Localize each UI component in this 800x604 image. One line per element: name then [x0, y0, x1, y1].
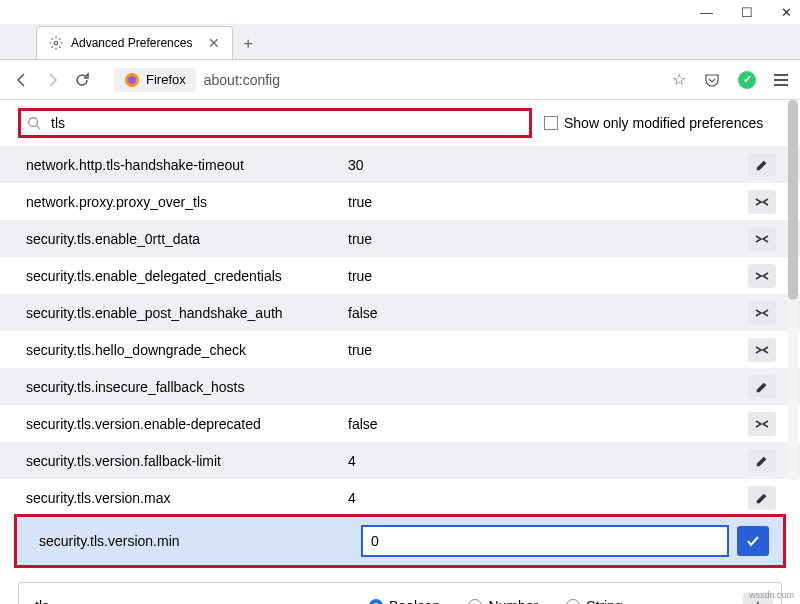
svg-point-2	[128, 76, 136, 84]
scroll-thumb[interactable]	[788, 100, 798, 300]
pref-value: true	[348, 342, 742, 358]
pref-row: security.tls.insecure_fallback_hosts	[0, 368, 800, 405]
maximize-button[interactable]: ☐	[741, 5, 753, 20]
pref-name: security.tls.version.fallback-limit	[18, 453, 348, 469]
close-window-button[interactable]: ✕	[781, 5, 792, 20]
radio-string[interactable]: String	[566, 598, 623, 604]
radio-icon	[369, 599, 383, 604]
edit-button[interactable]	[748, 486, 776, 510]
radio-label: String	[586, 598, 623, 604]
pref-edit-input[interactable]	[361, 525, 729, 557]
pocket-icon[interactable]	[704, 72, 720, 88]
scrollbar[interactable]	[788, 100, 798, 480]
svg-point-0	[54, 41, 58, 45]
pref-value: 4	[348, 490, 742, 506]
tab-bar: Advanced Preferences ✕ +	[0, 24, 800, 60]
radio-number[interactable]: Number	[468, 598, 538, 604]
watermark: wsxdn.com	[749, 590, 794, 600]
pref-row: network.proxy.proxy_over_tlstrue	[0, 183, 800, 220]
pref-row: security.tls.version.enable-deprecatedfa…	[0, 405, 800, 442]
nav-bar: Firefox about:config ☆ ✓	[0, 60, 800, 100]
new-tab-button[interactable]: +	[233, 29, 262, 59]
filter-bar: Show only modified preferences	[0, 100, 800, 146]
radio-icon	[468, 599, 482, 604]
toggle-button[interactable]	[748, 227, 776, 251]
url-text: about:config	[204, 72, 662, 88]
check-icon	[745, 533, 761, 549]
radio-label: Number	[488, 598, 538, 604]
pref-name: network.http.tls-handshake-timeout	[18, 157, 348, 173]
save-button[interactable]	[737, 526, 769, 556]
menu-button[interactable]	[774, 74, 788, 86]
pref-name: security.tls.enable_post_handshake_auth	[18, 305, 348, 321]
firefox-icon	[124, 72, 140, 88]
pref-row: security.tls.enable_0rtt_datatrue	[0, 220, 800, 257]
pref-row: network.http.tls-handshake-timeout30	[0, 146, 800, 183]
gear-icon	[49, 36, 63, 50]
extension-icon[interactable]: ✓	[738, 71, 756, 89]
pref-row: security.tls.version.fallback-limit4	[0, 442, 800, 479]
pref-value: 30	[348, 157, 742, 173]
back-button[interactable]	[12, 70, 32, 90]
pref-name: security.tls.enable_0rtt_data	[18, 231, 348, 247]
edit-button[interactable]	[748, 449, 776, 473]
pref-row: security.tls.enable_delegated_credential…	[0, 257, 800, 294]
pref-row: security.tls.version.max4	[0, 479, 800, 516]
search-box[interactable]	[18, 108, 532, 138]
checkbox-label: Show only modified preferences	[564, 115, 763, 131]
show-modified-checkbox[interactable]: Show only modified preferences	[544, 115, 763, 131]
pref-row: security.tls.enable_post_handshake_authf…	[0, 294, 800, 331]
browser-tab[interactable]: Advanced Preferences ✕	[36, 26, 233, 59]
url-bar[interactable]: Firefox about:config	[114, 68, 662, 92]
toggle-button[interactable]	[748, 301, 776, 325]
tab-title: Advanced Preferences	[71, 36, 192, 50]
forward-button[interactable]	[42, 70, 62, 90]
minimize-button[interactable]: —	[700, 5, 713, 20]
checkbox-icon	[544, 116, 558, 130]
pref-value: true	[348, 231, 742, 247]
url-identity[interactable]: Firefox	[114, 68, 196, 92]
pref-value: false	[348, 305, 742, 321]
radio-icon	[566, 599, 580, 604]
pref-name: security.tls.version.max	[18, 490, 348, 506]
pref-name: security.tls.version.enable-deprecated	[18, 416, 348, 432]
bookmark-icon[interactable]: ☆	[672, 70, 686, 89]
toggle-button[interactable]	[748, 338, 776, 362]
pref-name: network.proxy.proxy_over_tls	[18, 194, 348, 210]
pref-name: security.tls.enable_delegated_credential…	[18, 268, 348, 284]
url-prefix-label: Firefox	[146, 72, 186, 87]
close-tab-icon[interactable]: ✕	[208, 35, 220, 51]
edit-button[interactable]	[748, 153, 776, 177]
search-icon	[27, 116, 41, 130]
pref-name: security.tls.version.min	[31, 533, 361, 549]
pref-value: true	[348, 194, 742, 210]
add-pref-bar: tls BooleanNumberString +	[18, 582, 782, 604]
pref-name: security.tls.insecure_fallback_hosts	[18, 379, 348, 395]
toggle-button[interactable]	[748, 412, 776, 436]
type-radios: BooleanNumberString	[369, 598, 731, 604]
pref-value: false	[348, 416, 742, 432]
window-controls: — ☐ ✕	[0, 0, 800, 24]
pref-value: true	[348, 268, 742, 284]
pref-name: security.tls.hello_downgrade_check	[18, 342, 348, 358]
reload-button[interactable]	[72, 70, 92, 90]
pref-row: security.tls.hello_downgrade_checktrue	[0, 331, 800, 368]
preference-list: network.http.tls-handshake-timeout30netw…	[0, 146, 800, 516]
svg-point-3	[29, 118, 38, 127]
radio-boolean[interactable]: Boolean	[369, 598, 440, 604]
pref-value: 4	[348, 453, 742, 469]
search-input[interactable]	[49, 113, 523, 133]
pref-row-editing: security.tls.version.min	[14, 514, 786, 568]
radio-label: Boolean	[389, 598, 440, 604]
toggle-button[interactable]	[748, 264, 776, 288]
edit-button[interactable]	[748, 375, 776, 399]
toggle-button[interactable]	[748, 190, 776, 214]
add-pref-name: tls	[27, 598, 357, 604]
